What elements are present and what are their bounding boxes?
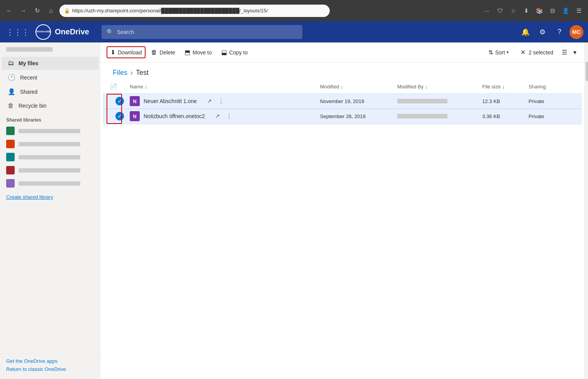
sort-button[interactable]: ⇅ Sort ▾ bbox=[485, 47, 513, 58]
selected-count: 2 selected bbox=[529, 49, 553, 56]
browser-back-button[interactable]: ← bbox=[4, 5, 15, 16]
get-apps-link[interactable]: Get the OneDrive apps bbox=[6, 358, 94, 364]
modified-sort-icon: ↓ bbox=[341, 84, 343, 90]
search-box[interactable]: 🔍 Search bbox=[102, 25, 302, 39]
classic-link[interactable]: Return to classic OneDrive bbox=[6, 366, 94, 372]
browser-home-button[interactable]: ⌂ bbox=[46, 5, 56, 16]
clear-selection-button[interactable]: ✕ bbox=[520, 48, 526, 57]
lib-name-blurred-1 bbox=[19, 129, 80, 133]
address-bar[interactable]: 🔒 https://uzh-my.sharepoint.com/personal… bbox=[59, 5, 330, 17]
app-header: ⋮⋮⋮ Universität OneDrive 🔍 Search 🔔 ⚙ ? … bbox=[0, 21, 588, 42]
header-modified-by-col[interactable]: Modified By ↓ bbox=[397, 84, 482, 90]
shared-lib-item[interactable] bbox=[0, 124, 100, 137]
move-to-icon: ⬒ bbox=[185, 49, 190, 56]
header-file-size-col[interactable]: File size ↓ bbox=[482, 84, 529, 90]
sidebar: 🗂 My files 🕐 Recent 👤 Shared 🗑 Recycle b… bbox=[0, 42, 100, 379]
header-right: 🔔 ⚙ ? MC bbox=[519, 25, 583, 39]
sidebar-item-shared[interactable]: 👤 Shared bbox=[2, 85, 98, 98]
header-modified-by-label: Modified By bbox=[397, 84, 424, 90]
shared-lib-item[interactable] bbox=[0, 137, 100, 151]
file-list-header: 📄 Name ↓ Modified ↓ Modified By ↓ File s… bbox=[103, 80, 581, 94]
table-row[interactable]: ✓ N Notizbuch öffnen.onetoc2 ↗ ⋮ Septemb… bbox=[103, 109, 581, 124]
move-to-button[interactable]: ⬒ Move to bbox=[181, 46, 216, 58]
download-label: Download bbox=[118, 49, 142, 56]
checkbox-area-1[interactable]: ✓ bbox=[110, 97, 130, 105]
browser-pocket-button[interactable]: 🛡 bbox=[495, 5, 505, 16]
share-button-2[interactable]: ↗ bbox=[214, 112, 222, 120]
settings-button[interactable]: ⚙ bbox=[535, 25, 549, 39]
search-placeholder: Search bbox=[117, 29, 134, 35]
browser-menu-button[interactable]: ☰ bbox=[573, 5, 584, 16]
onenote-icon-2: N bbox=[130, 111, 140, 121]
breadcrumb-current: Test bbox=[136, 69, 149, 77]
delete-label: Delete bbox=[159, 49, 175, 56]
download-button[interactable]: ⬇ Download bbox=[107, 46, 146, 58]
lock-icon: 🔒 bbox=[64, 8, 70, 14]
delete-button[interactable]: 🗑 Delete bbox=[147, 47, 179, 58]
sidebar-item-recent[interactable]: 🕐 Recent bbox=[2, 71, 98, 84]
browser-star-button[interactable]: ☆ bbox=[508, 5, 519, 16]
logo-area: Universität OneDrive bbox=[36, 24, 89, 40]
sidebar-item-label: My files bbox=[19, 60, 38, 66]
header-modified-col[interactable]: Modified ↓ bbox=[320, 84, 397, 90]
file-rows-container: ✓ N Neuer Abschnitt 1.one ↗ ⋮ November 1… bbox=[103, 94, 581, 124]
file-size-sort-icon: ↓ bbox=[502, 84, 505, 90]
modified-by-sort-icon: ↓ bbox=[425, 84, 428, 90]
recycle-bin-icon: 🗑 bbox=[8, 102, 14, 109]
scrollbar-track[interactable] bbox=[584, 42, 588, 379]
browser-forward-button[interactable]: → bbox=[18, 5, 29, 16]
header-sharing-label: Sharing bbox=[529, 84, 546, 90]
shared-icon: 👤 bbox=[8, 88, 15, 95]
file-list: 📄 Name ↓ Modified ↓ Modified By ↓ File s… bbox=[100, 80, 584, 379]
sharing-1: Private bbox=[529, 98, 575, 104]
file-size-1: 12.3 KB bbox=[482, 98, 529, 104]
shared-lib-item[interactable] bbox=[0, 177, 100, 190]
sidebar-item-my-files[interactable]: 🗂 My files bbox=[2, 57, 98, 70]
file-name-cell-2: N Notizbuch öffnen.onetoc2 ↗ ⋮ bbox=[130, 111, 320, 121]
view-toggle-button[interactable]: ☰ bbox=[560, 46, 569, 58]
scrollbar-thumb[interactable] bbox=[586, 62, 588, 81]
checkbox-area-2[interactable]: ✓ bbox=[110, 112, 130, 120]
sidebar-item-recycle-bin[interactable]: 🗑 Recycle bin bbox=[2, 99, 98, 112]
shared-lib-item[interactable] bbox=[0, 151, 100, 164]
share-button-1[interactable]: ↗ bbox=[205, 97, 214, 105]
sort-label: Sort bbox=[495, 49, 505, 56]
user-avatar-button[interactable]: MC bbox=[569, 25, 583, 39]
browser-more-button[interactable]: ··· bbox=[481, 5, 492, 16]
notification-button[interactable]: 🔔 bbox=[519, 25, 532, 39]
app-name: OneDrive bbox=[55, 27, 89, 36]
browser-refresh-button[interactable]: ↻ bbox=[32, 5, 42, 16]
table-row[interactable]: ✓ N Neuer Abschnitt 1.one ↗ ⋮ November 1… bbox=[103, 94, 581, 109]
browser-download-button[interactable]: ⬇ bbox=[521, 5, 532, 16]
breadcrumb: Files › Test bbox=[100, 63, 584, 80]
waffle-icon[interactable]: ⋮⋮⋮ bbox=[5, 26, 31, 38]
content-area: ⬇ Download 🗑 Delete ⬒ Move to ⬓ Copy to … bbox=[100, 42, 584, 379]
more-button-2[interactable]: ⋮ bbox=[225, 112, 234, 120]
help-button[interactable]: ? bbox=[552, 25, 566, 39]
browser-bookmarks-button[interactable]: 📚 bbox=[534, 5, 545, 16]
create-shared-library-link[interactable]: Create shared library bbox=[6, 194, 53, 200]
name-sort-icon: ↓ bbox=[145, 84, 147, 90]
sharing-2: Private bbox=[529, 113, 575, 119]
shared-lib-item[interactable] bbox=[0, 164, 100, 177]
checkbox-checked-1: ✓ bbox=[115, 97, 124, 105]
header-modified-label: Modified bbox=[320, 84, 339, 90]
header-name-col[interactable]: Name ↓ bbox=[130, 84, 320, 90]
breadcrumb-files-link[interactable]: Files bbox=[113, 69, 127, 77]
toolbar-right: ⇅ Sort ▾ ✕ 2 selected ☰ ▾ bbox=[485, 46, 578, 59]
browser-account-button[interactable]: 👤 bbox=[560, 5, 571, 16]
copy-to-label: Copy to bbox=[229, 49, 248, 56]
copy-to-icon: ⬓ bbox=[221, 49, 227, 56]
view-options-button[interactable]: ▾ bbox=[572, 46, 578, 58]
more-button-1[interactable]: ⋮ bbox=[217, 97, 225, 105]
download-icon: ⬇ bbox=[110, 49, 115, 56]
main-layout: 🗂 My files 🕐 Recent 👤 Shared 🗑 Recycle b… bbox=[0, 42, 588, 379]
browser-sidebar-button[interactable]: ⊟ bbox=[547, 5, 558, 16]
checkbox-checked-2: ✓ bbox=[115, 112, 124, 120]
my-files-icon: 🗂 bbox=[8, 60, 14, 67]
copy-to-button[interactable]: ⬓ Copy to bbox=[217, 46, 252, 58]
file-name-1: Neuer Abschnitt 1.one bbox=[144, 98, 197, 104]
file-name-cell-1: N Neuer Abschnitt 1.one ↗ ⋮ bbox=[130, 96, 320, 106]
sidebar-user-area bbox=[0, 42, 100, 56]
sidebar-item-label: Recycle bin bbox=[19, 103, 46, 109]
